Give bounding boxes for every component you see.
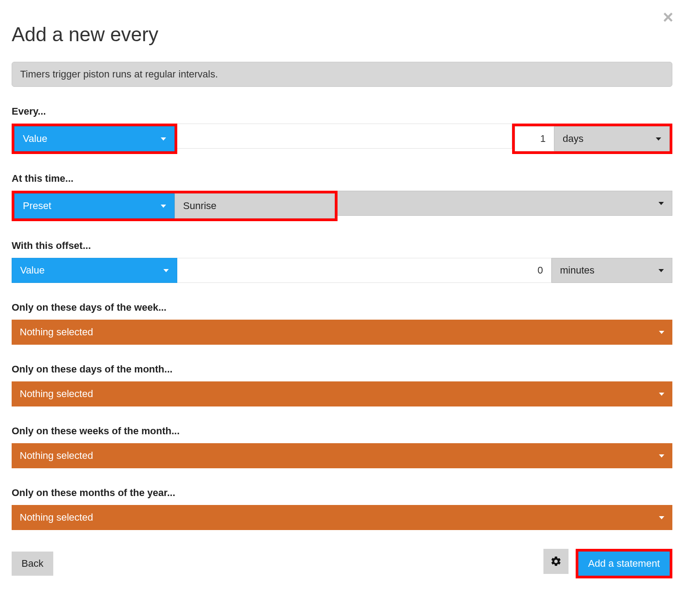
weeks-of-month-label: Only on these weeks of the month... xyxy=(12,425,672,437)
at-time-preset-display: Sunrise xyxy=(175,193,335,218)
page-title: Add a new every xyxy=(12,23,672,46)
chevron-down-icon xyxy=(658,202,664,205)
info-box: Timers trigger piston runs at regular in… xyxy=(12,62,672,87)
every-row: Value 1 days xyxy=(12,124,672,154)
offset-amount-value: 0 xyxy=(538,265,543,276)
days-of-week-value: Nothing selected xyxy=(20,326,93,338)
days-of-month-select[interactable]: Nothing selected xyxy=(12,381,672,406)
every-unit-select[interactable]: days xyxy=(554,126,670,151)
offset-type-value: Value xyxy=(20,265,45,276)
chevron-down-icon xyxy=(658,269,664,272)
chevron-down-icon xyxy=(659,393,664,396)
every-label: Every... xyxy=(12,106,672,117)
chevron-down-icon xyxy=(659,454,664,458)
settings-button[interactable] xyxy=(543,549,569,574)
months-of-year-value: Nothing selected xyxy=(20,512,93,523)
at-time-extra-select[interactable] xyxy=(338,191,672,216)
offset-row: Value 0 minutes xyxy=(12,258,672,283)
at-time-type-value: Preset xyxy=(23,200,51,212)
chevron-down-icon xyxy=(161,137,166,141)
every-text-input[interactable] xyxy=(177,124,512,149)
at-time-type-select[interactable]: Preset xyxy=(14,193,175,218)
footer: Back Add a statement xyxy=(12,549,672,578)
every-amount-input[interactable]: 1 xyxy=(515,126,554,151)
chevron-down-icon xyxy=(656,137,661,141)
offset-unit-value: minutes xyxy=(560,265,594,276)
weeks-of-month-row: Nothing selected xyxy=(12,443,672,468)
every-type-value: Value xyxy=(23,133,47,145)
days-of-week-label: Only on these days of the week... xyxy=(12,302,672,313)
days-of-month-label: Only on these days of the month... xyxy=(12,364,672,375)
offset-unit-select[interactable]: minutes xyxy=(551,258,672,283)
weeks-of-month-value: Nothing selected xyxy=(20,450,93,462)
at-time-row: Preset Sunrise xyxy=(12,191,672,221)
every-type-select[interactable]: Value xyxy=(14,126,175,151)
months-of-year-row: Nothing selected xyxy=(12,505,672,530)
every-unit-value: days xyxy=(563,133,583,145)
chevron-down-icon xyxy=(163,269,169,272)
months-of-year-select[interactable]: Nothing selected xyxy=(12,505,672,530)
chevron-down-icon xyxy=(659,331,664,334)
close-icon[interactable]: × xyxy=(663,8,673,26)
at-time-label: At this time... xyxy=(12,173,672,184)
at-time-preset-value: Sunrise xyxy=(183,200,217,212)
add-statement-button[interactable]: Add a statement xyxy=(578,552,670,576)
every-amount-value: 1 xyxy=(540,133,546,145)
gear-icon xyxy=(550,556,562,567)
days-of-month-row: Nothing selected xyxy=(12,381,672,406)
back-button[interactable]: Back xyxy=(12,552,53,576)
offset-text-input[interactable]: 0 xyxy=(177,258,551,283)
days-of-month-value: Nothing selected xyxy=(20,388,93,400)
days-of-week-row: Nothing selected xyxy=(12,320,672,345)
chevron-down-icon xyxy=(161,205,166,208)
months-of-year-label: Only on these months of the year... xyxy=(12,487,672,499)
weeks-of-month-select[interactable]: Nothing selected xyxy=(12,443,672,468)
offset-label: With this offset... xyxy=(12,240,672,252)
chevron-down-icon xyxy=(659,516,664,519)
offset-type-select[interactable]: Value xyxy=(12,258,177,283)
days-of-week-select[interactable]: Nothing selected xyxy=(12,320,672,345)
